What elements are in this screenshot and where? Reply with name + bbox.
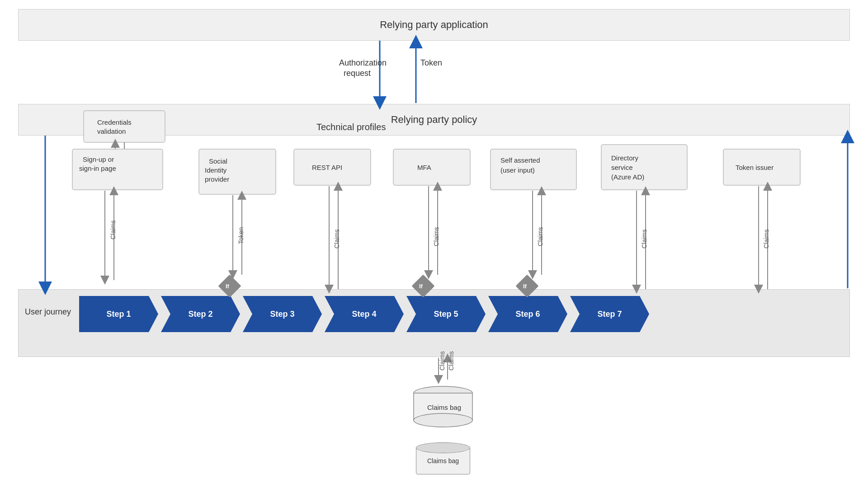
svg-text:Claims: Claims: [109, 220, 117, 239]
svg-text:Claims: Claims: [333, 229, 340, 249]
user-journey-label: User journey: [25, 307, 71, 317]
svg-text:Identity: Identity: [205, 166, 227, 174]
svg-point-69: [414, 386, 472, 400]
svg-rect-18: [72, 149, 163, 190]
svg-text:Claims: Claims: [763, 229, 770, 249]
svg-text:Self asserted: Self asserted: [500, 156, 540, 164]
svg-rect-38: [393, 149, 470, 185]
claims-bag-container: Claims bag: [416, 447, 470, 474]
svg-text:Directory: Directory: [611, 154, 639, 162]
svg-text:Claims: Claims: [433, 227, 440, 246]
arrows-svg: Authorization request Token Credentials …: [0, 0, 868, 488]
svg-text:(Azure AD): (Azure AD): [611, 173, 644, 181]
svg-text:Token: Token: [237, 227, 245, 244]
svg-text:Claims bag: Claims bag: [427, 404, 461, 411]
svg-text:Authorization: Authorization: [339, 58, 387, 67]
step-4: Step 4: [325, 296, 404, 332]
svg-text:Claims: Claims: [537, 227, 544, 246]
svg-text:sign-in page: sign-in page: [79, 164, 116, 172]
rp-policy-label: Relying party policy: [391, 114, 477, 126]
step-5: Step 5: [406, 296, 486, 332]
svg-text:request: request: [344, 69, 371, 78]
rp-application-box: Relying party application: [18, 9, 850, 41]
svg-text:If: If: [226, 283, 230, 290]
svg-text:provider: provider: [205, 175, 229, 183]
svg-rect-70: [414, 393, 472, 420]
step-2: Step 2: [161, 296, 240, 332]
svg-text:If: If: [419, 283, 423, 290]
svg-rect-33: [294, 149, 371, 185]
svg-text:REST API: REST API: [312, 164, 342, 171]
claims-bag-label: Claims bag: [427, 457, 459, 465]
svg-text:Social: Social: [209, 157, 227, 165]
svg-text:MFA: MFA: [417, 164, 431, 171]
rp-policy-box: Relying party policy: [18, 104, 850, 136]
tech-profiles-label: Technical profiles: [316, 122, 386, 132]
svg-rect-24: [199, 149, 276, 194]
svg-rect-45: [491, 149, 576, 190]
svg-text:Token: Token: [420, 58, 442, 67]
diagram-container: Relying party application Relying party …: [0, 0, 868, 488]
svg-text:(user input): (user input): [500, 166, 535, 174]
svg-text:If: If: [523, 283, 527, 290]
steps-container: Step 1 Step 2 Step 3 Step 4 Step 5 Step …: [79, 296, 652, 332]
claims-bag-cylinder: Claims bag: [416, 447, 470, 474]
step-6: Step 6: [488, 296, 567, 332]
svg-text:Claims: Claims: [641, 229, 648, 249]
svg-rect-60: [723, 149, 800, 185]
svg-point-71: [414, 413, 472, 427]
svg-text:Sign-up or: Sign-up or: [83, 155, 114, 163]
svg-text:Token issuer: Token issuer: [736, 164, 774, 171]
step-7: Step 7: [570, 296, 649, 332]
rp-application-label: Relying party application: [380, 19, 488, 31]
svg-rect-53: [601, 145, 687, 190]
svg-text:service: service: [611, 164, 633, 171]
step-1: Step 1: [79, 296, 158, 332]
step-3: Step 3: [243, 296, 322, 332]
